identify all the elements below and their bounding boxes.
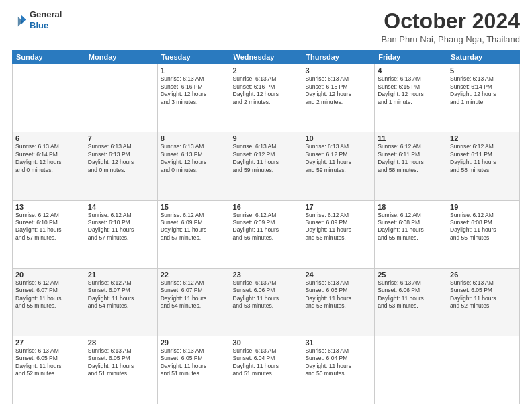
day-number: 26 [450, 271, 517, 279]
day-number: 24 [305, 271, 371, 279]
col-friday: Friday [375, 50, 447, 64]
day-info: Sunrise: 6:12 AM Sunset: 6:09 PM Dayligh… [161, 212, 227, 242]
col-thursday: Thursday [302, 50, 375, 64]
day-info: Sunrise: 6:13 AM Sunset: 6:12 PM Dayligh… [233, 143, 300, 174]
day-info: Sunrise: 6:13 AM Sunset: 6:06 PM Dayligh… [305, 279, 371, 310]
day-number: 30 [233, 338, 300, 347]
day-info: Sunrise: 6:13 AM Sunset: 6:04 PM Dayligh… [233, 347, 300, 378]
logo-line2: Blue [30, 20, 62, 31]
table-row: 12Sunrise: 6:12 AM Sunset: 6:11 PM Dayli… [447, 132, 520, 200]
day-number: 23 [233, 271, 300, 279]
table-row: 15Sunrise: 6:12 AM Sunset: 6:09 PM Dayli… [157, 200, 230, 268]
day-info: Sunrise: 6:12 AM Sunset: 6:09 PM Dayligh… [233, 212, 300, 242]
day-info: Sunrise: 6:13 AM Sunset: 6:04 PM Dayligh… [305, 347, 371, 378]
day-number: 27 [15, 338, 82, 347]
col-monday: Monday [85, 50, 157, 64]
day-number: 12 [450, 134, 517, 142]
col-tuesday: Tuesday [157, 50, 230, 64]
table-row: 8Sunrise: 6:13 AM Sunset: 6:13 PM Daylig… [157, 132, 230, 200]
day-info: Sunrise: 6:13 AM Sunset: 6:13 PM Dayligh… [161, 143, 227, 174]
day-info: Sunrise: 6:12 AM Sunset: 6:10 PM Dayligh… [15, 212, 82, 242]
day-number: 19 [450, 203, 517, 211]
day-number: 1 [161, 66, 227, 75]
day-info: Sunrise: 6:12 AM Sunset: 6:07 PM Dayligh… [161, 279, 227, 310]
day-number: 17 [305, 203, 371, 211]
day-number: 18 [378, 203, 444, 211]
page: General Blue October 2024 Ban Phru Nai, … [0, 0, 532, 411]
table-row: 28Sunrise: 6:13 AM Sunset: 6:05 PM Dayli… [85, 336, 157, 404]
day-info: Sunrise: 6:13 AM Sunset: 6:05 PM Dayligh… [88, 347, 154, 378]
day-number: 9 [233, 134, 300, 142]
day-number: 14 [88, 203, 154, 211]
day-number: 5 [450, 66, 517, 75]
table-row: 6Sunrise: 6:13 AM Sunset: 6:14 PM Daylig… [13, 132, 85, 200]
day-number: 21 [88, 271, 154, 279]
logo-line1: General [30, 9, 62, 20]
header: General Blue October 2024 Ban Phru Nai, … [12, 9, 520, 44]
day-number: 22 [161, 271, 227, 279]
table-row: 29Sunrise: 6:13 AM Sunset: 6:05 PM Dayli… [157, 336, 230, 404]
day-number: 15 [161, 203, 227, 211]
table-row: 24Sunrise: 6:13 AM Sunset: 6:06 PM Dayli… [302, 268, 375, 336]
day-number: 4 [378, 66, 444, 75]
day-number: 25 [378, 271, 444, 279]
calendar-week-row: 13Sunrise: 6:12 AM Sunset: 6:10 PM Dayli… [13, 200, 520, 268]
table-row: 11Sunrise: 6:12 AM Sunset: 6:11 PM Dayli… [375, 132, 447, 200]
day-info: Sunrise: 6:13 AM Sunset: 6:05 PM Dayligh… [450, 279, 517, 310]
table-row: 22Sunrise: 6:12 AM Sunset: 6:07 PM Dayli… [157, 268, 230, 336]
calendar-week-row: 1Sunrise: 6:13 AM Sunset: 6:16 PM Daylig… [13, 64, 520, 132]
table-row: 10Sunrise: 6:13 AM Sunset: 6:12 PM Dayli… [302, 132, 375, 200]
day-info: Sunrise: 6:13 AM Sunset: 6:16 PM Dayligh… [233, 75, 300, 106]
logo-icon [12, 13, 27, 28]
day-info: Sunrise: 6:13 AM Sunset: 6:15 PM Dayligh… [305, 75, 371, 106]
table-row [375, 336, 447, 404]
day-number: 3 [305, 66, 371, 75]
title-month: October 2024 [382, 9, 520, 33]
day-number: 29 [161, 338, 227, 347]
day-info: Sunrise: 6:12 AM Sunset: 6:10 PM Dayligh… [88, 212, 154, 242]
table-row: 1Sunrise: 6:13 AM Sunset: 6:16 PM Daylig… [157, 64, 230, 132]
table-row: 25Sunrise: 6:13 AM Sunset: 6:06 PM Dayli… [375, 268, 447, 336]
day-info: Sunrise: 6:13 AM Sunset: 6:05 PM Dayligh… [161, 347, 227, 378]
table-row [85, 64, 157, 132]
day-info: Sunrise: 6:13 AM Sunset: 6:06 PM Dayligh… [233, 279, 300, 310]
table-row: 21Sunrise: 6:12 AM Sunset: 6:07 PM Dayli… [85, 268, 157, 336]
logo-text: General Blue [30, 9, 62, 30]
table-row: 16Sunrise: 6:12 AM Sunset: 6:09 PM Dayli… [230, 200, 302, 268]
day-info: Sunrise: 6:13 AM Sunset: 6:12 PM Dayligh… [305, 143, 371, 174]
day-number: 8 [161, 134, 227, 142]
table-row: 23Sunrise: 6:13 AM Sunset: 6:06 PM Dayli… [230, 268, 302, 336]
table-row: 3Sunrise: 6:13 AM Sunset: 6:15 PM Daylig… [302, 64, 375, 132]
day-info: Sunrise: 6:13 AM Sunset: 6:05 PM Dayligh… [15, 347, 82, 378]
col-wednesday: Wednesday [230, 50, 302, 64]
table-row: 7Sunrise: 6:13 AM Sunset: 6:13 PM Daylig… [85, 132, 157, 200]
col-saturday: Saturday [447, 50, 520, 64]
day-number: 16 [233, 203, 300, 211]
day-number: 13 [15, 203, 82, 211]
day-info: Sunrise: 6:13 AM Sunset: 6:14 PM Dayligh… [15, 143, 82, 174]
day-info: Sunrise: 6:12 AM Sunset: 6:07 PM Dayligh… [88, 279, 154, 310]
day-number: 28 [88, 338, 154, 347]
calendar-header-row: Sunday Monday Tuesday Wednesday Thursday… [13, 50, 520, 64]
logo: General Blue [12, 9, 62, 30]
day-info: Sunrise: 6:12 AM Sunset: 6:11 PM Dayligh… [378, 143, 444, 174]
table-row: 17Sunrise: 6:12 AM Sunset: 6:09 PM Dayli… [302, 200, 375, 268]
col-sunday: Sunday [13, 50, 85, 64]
table-row: 20Sunrise: 6:12 AM Sunset: 6:07 PM Dayli… [13, 268, 85, 336]
table-row: 30Sunrise: 6:13 AM Sunset: 6:04 PM Dayli… [230, 336, 302, 404]
day-info: Sunrise: 6:13 AM Sunset: 6:15 PM Dayligh… [378, 75, 444, 106]
table-row: 4Sunrise: 6:13 AM Sunset: 6:15 PM Daylig… [375, 64, 447, 132]
table-row: 9Sunrise: 6:13 AM Sunset: 6:12 PM Daylig… [230, 132, 302, 200]
table-row: 31Sunrise: 6:13 AM Sunset: 6:04 PM Dayli… [302, 336, 375, 404]
day-info: Sunrise: 6:12 AM Sunset: 6:11 PM Dayligh… [450, 143, 517, 174]
calendar-week-row: 6Sunrise: 6:13 AM Sunset: 6:14 PM Daylig… [13, 132, 520, 200]
day-number: 31 [305, 338, 371, 347]
day-info: Sunrise: 6:13 AM Sunset: 6:14 PM Dayligh… [450, 75, 517, 106]
table-row: 27Sunrise: 6:13 AM Sunset: 6:05 PM Dayli… [13, 336, 85, 404]
table-row [13, 64, 85, 132]
calendar-week-row: 27Sunrise: 6:13 AM Sunset: 6:05 PM Dayli… [13, 336, 520, 404]
table-row: 5Sunrise: 6:13 AM Sunset: 6:14 PM Daylig… [447, 64, 520, 132]
table-row [447, 336, 520, 404]
day-number: 6 [15, 134, 82, 142]
day-info: Sunrise: 6:12 AM Sunset: 6:07 PM Dayligh… [15, 279, 82, 310]
